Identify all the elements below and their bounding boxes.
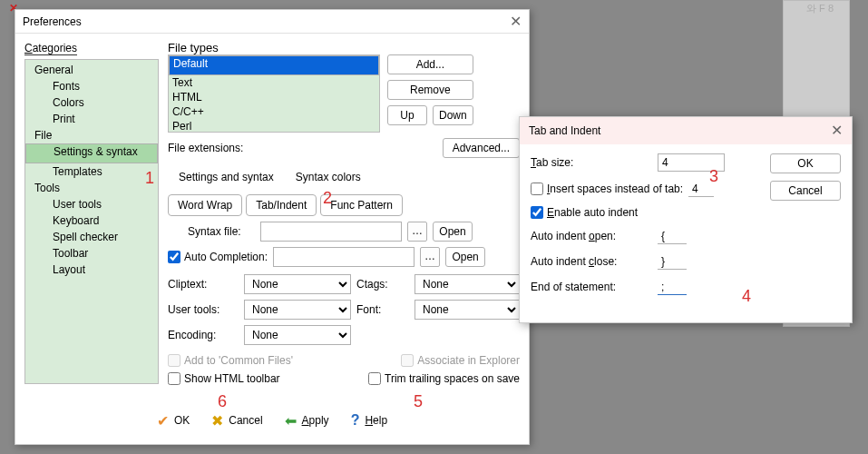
tree-toolbar[interactable]: Toolbar	[25, 245, 158, 262]
filetype-item-default[interactable]: Default	[169, 55, 379, 75]
cliptext-select[interactable]: None	[244, 274, 351, 294]
tab-indent-dialog: Tab and Indent ✕ OK Cancel Tab size: Ins…	[519, 116, 853, 323]
tabdlg-ok-button[interactable]: OK	[770, 153, 841, 173]
end-of-statement-input[interactable]	[658, 279, 687, 295]
encoding-select[interactable]: None	[244, 325, 351, 345]
cancel-icon: ✖	[211, 412, 223, 429]
remove-button[interactable]: Remove	[387, 80, 473, 100]
tabsize-label: Tab size:	[531, 156, 649, 169]
usertools-select[interactable]: None	[244, 300, 351, 320]
filetype-item-cpp[interactable]: C/C++	[169, 104, 379, 119]
filetypes-list[interactable]: Default Text HTML C/C++ Perl	[168, 54, 380, 133]
auto-indent-close-label: Auto indent close:	[531, 255, 649, 268]
ctags-select[interactable]: None	[414, 274, 520, 294]
auto-completion-checkbox[interactable]: Auto Completion:	[168, 251, 268, 263]
prefs-button-bar: ✔ OK ✖ Cancel ⬅ Apply ? Help	[15, 404, 529, 437]
tree-spell-checker[interactable]: Spell checker	[25, 229, 158, 245]
filetype-item-perl[interactable]: Perl	[169, 119, 379, 133]
prefs-help-button[interactable]: ? Help	[351, 412, 387, 429]
close-icon[interactable]: ✕	[510, 10, 522, 33]
down-button[interactable]: Down	[433, 105, 473, 125]
help-icon: ?	[351, 412, 360, 429]
tree-colors[interactable]: Colors	[25, 94, 158, 111]
up-button[interactable]: Up	[387, 105, 427, 125]
end-of-statement-label: End of statement:	[531, 281, 649, 293]
advanced-button[interactable]: Advanced...	[443, 138, 520, 158]
font-select[interactable]: None	[414, 300, 520, 320]
check-icon: ✔	[157, 412, 169, 429]
tree-fonts[interactable]: Fonts	[25, 78, 158, 94]
syntax-file-input[interactable]	[260, 222, 402, 242]
tab-syntax-colors[interactable]: Syntax colors	[285, 167, 372, 189]
tabdlg-titlebar: Tab and Indent ✕	[520, 117, 852, 144]
categories-label: Categories	[24, 41, 77, 55]
tree-file[interactable]: File	[25, 127, 158, 143]
prefs-title-text: Preferences	[23, 10, 82, 33]
prefs-apply-button[interactable]: ⬅ Apply	[285, 412, 329, 429]
auto-completion-browse-button[interactable]: …	[420, 247, 440, 267]
insert-spaces-checkbox[interactable]: Insert spaces instead of tab:	[531, 183, 683, 195]
apply-icon: ⬅	[285, 412, 297, 429]
font-label: Font:	[356, 303, 409, 316]
ctags-label: Ctags:	[356, 278, 409, 291]
associate-explorer-checkbox[interactable]: Associate in Explorer	[401, 354, 520, 367]
prefs-cancel-button[interactable]: ✖ Cancel	[211, 412, 262, 429]
filetypes-label: File types	[168, 41, 520, 54]
filetype-item-html[interactable]: HTML	[169, 90, 379, 104]
syntax-file-open-button[interactable]: Open	[433, 222, 473, 242]
trim-trailing-checkbox[interactable]: Trim trailing spaces on save	[368, 372, 520, 385]
auto-completion-open-button[interactable]: Open	[445, 247, 485, 267]
auto-indent-open-input[interactable]	[658, 228, 687, 244]
preferences-window: Preferences ✕ Categories General Fonts C…	[15, 9, 530, 445]
tree-templates[interactable]: Templates	[25, 163, 158, 180]
tree-keyboard[interactable]: Keyboard	[25, 212, 158, 229]
tree-layout[interactable]: Layout	[25, 262, 158, 278]
enable-auto-indent-checkbox[interactable]: Enable auto indent	[531, 206, 638, 219]
wordwrap-button[interactable]: Word Wrap	[168, 194, 242, 216]
auto-indent-open-label: Auto indent open:	[531, 230, 649, 242]
categories-tree[interactable]: General Fonts Colors Print File Settings…	[24, 59, 159, 384]
funcpattern-button[interactable]: Func Pattern	[320, 194, 403, 216]
prefs-titlebar: Preferences ✕	[15, 10, 529, 34]
filetype-item-text[interactable]: Text	[169, 75, 379, 90]
tree-tools[interactable]: Tools	[25, 180, 158, 196]
cliptext-label: Cliptext:	[168, 278, 239, 291]
file-ext-label: File extensions:	[168, 142, 249, 154]
add-common-checkbox[interactable]: Add to 'Common Files'	[168, 354, 293, 367]
auto-indent-close-input[interactable]	[658, 253, 687, 270]
tabsize-input[interactable]	[658, 153, 725, 172]
tree-settings-syntax[interactable]: Settings & syntax	[25, 143, 158, 163]
prefs-ok-button[interactable]: ✔ OK	[157, 412, 190, 429]
syntax-file-browse-button[interactable]: …	[407, 222, 427, 242]
add-button[interactable]: Add...	[387, 54, 473, 74]
show-html-toolbar-checkbox[interactable]: Show HTML toolbar	[168, 372, 280, 385]
tab-settings-syntax[interactable]: Settings and syntax	[168, 167, 285, 189]
tabdlg-cancel-button[interactable]: Cancel	[770, 181, 841, 201]
tree-user-tools[interactable]: User tools	[25, 196, 158, 212]
usertools-label: User tools:	[168, 303, 239, 316]
encoding-label: Encoding:	[168, 329, 239, 341]
tabindent-button[interactable]: Tab/Indent	[246, 194, 317, 216]
bg-corner-text: 와 F 8	[806, 2, 834, 15]
syntax-file-label: Syntax file:	[188, 225, 255, 238]
tabdlg-title-text: Tab and Indent	[529, 117, 600, 144]
tree-print[interactable]: Print	[25, 111, 158, 127]
tree-general[interactable]: General	[25, 62, 158, 78]
tabdlg-close-icon[interactable]: ✕	[831, 117, 843, 144]
auto-completion-input[interactable]	[273, 247, 414, 267]
insert-spaces-value[interactable]	[688, 181, 714, 197]
